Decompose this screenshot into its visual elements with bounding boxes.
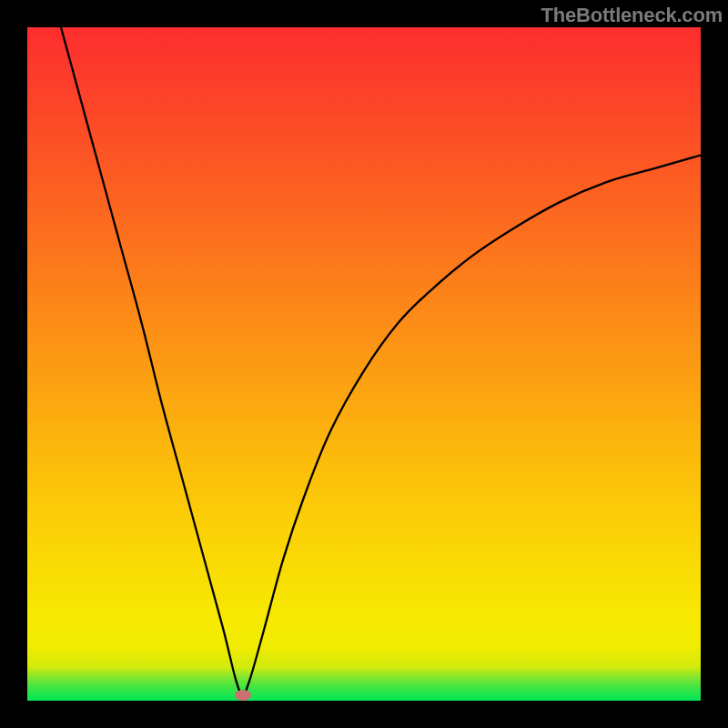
chart-plot-area [27,27,701,701]
curve-path [61,27,701,694]
watermark-text: TheBottleneck.com [541,4,723,27]
curve-minimum-marker [235,690,251,701]
bottleneck-curve [27,27,701,701]
